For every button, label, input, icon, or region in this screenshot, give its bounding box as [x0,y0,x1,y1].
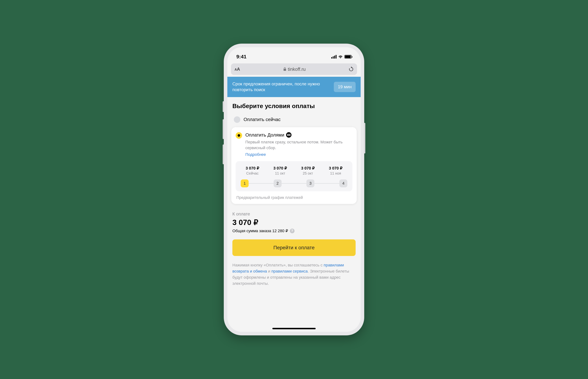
volume-up-button [223,119,224,139]
phone-frame: 9:41 AA tinkoff.ru [224,44,364,335]
schedule-col-2: 3 070 ₽ 11 окт [267,166,293,175]
service-rules-link[interactable]: правилами сервиса [271,269,308,273]
total-amount: 3 070 ₽ [232,218,356,227]
battery-icon [344,55,352,59]
volume-down-button [223,144,224,164]
home-indicator[interactable] [272,328,316,329]
dolyami-icon [286,132,291,138]
order-total-line: Общая сумма заказа 12 280 ₽ [232,229,288,233]
radio-pay-now[interactable] [234,116,240,123]
content: Выберите условия оплаты Оплатить сейчас … [227,97,361,332]
offer-expiry-banner: Срок предложения ограничен, после нужно … [227,77,361,97]
step-2: 2 [274,179,282,187]
payment-schedule: 3 070 ₽ Сейчас 3 070 ₽ 11 окт 3 070 ₽ 25… [236,161,352,191]
radio-pay-installments[interactable] [236,132,242,139]
option-pay-now[interactable]: Оплатить сейчас [232,115,356,127]
power-button [364,123,365,154]
help-icon[interactable]: ? [290,229,295,233]
proceed-to-pay-button[interactable]: Перейти к оплате [232,239,356,256]
schedule-col-3: 3 070 ₽ 25 окт [295,166,321,175]
step-indicator: 1 2 3 4 [239,179,349,187]
terms-text: Нажимая кнопку «Оплатить», вы соглашаете… [232,262,356,294]
totals: К оплате 3 070 ₽ Общая сумма заказа 12 2… [232,211,356,233]
lock-icon [283,67,286,71]
schedule-col-1: 3 070 ₽ Сейчас [239,166,266,175]
step-1: 1 [241,179,249,187]
option-pay-now-label: Оплатить сейчас [244,117,281,122]
url-display[interactable]: tinkoff.ru [242,66,347,72]
option-install-desc: Первый платеж сразу, остальное потом. Мо… [245,139,352,151]
status-time: 9:41 [236,54,246,60]
screen: 9:41 AA tinkoff.ru [227,47,361,332]
banner-timer: 19 мин [334,82,356,92]
cellular-icon [331,55,336,59]
side-button [223,101,224,112]
option-install-label: Оплатить Долями [245,132,284,138]
option-pay-installments-card[interactable]: Оплатить Долями Первый платеж сразу, ост… [231,127,357,204]
schedule-note: Предварительный график платежей [236,195,352,200]
total-label: К оплате [232,211,356,217]
url-domain: tinkoff.ru [288,66,306,72]
wifi-icon [338,55,343,59]
svg-rect-0 [284,69,286,71]
text-size-button[interactable]: AA [235,67,240,72]
banner-text: Срок предложения ограничен, после нужно … [232,81,330,93]
step-3: 3 [306,179,314,187]
step-4: 4 [339,179,347,187]
status-bar: 9:41 [227,47,361,62]
browser-url-bar[interactable]: AA tinkoff.ru [231,63,357,75]
schedule-col-4: 3 070 ₽ 11 ноя [322,166,349,175]
page-title: Выберите условия оплаты [232,102,356,110]
reload-icon[interactable] [349,66,353,72]
status-icons [331,55,352,59]
install-more-link[interactable]: Подробнее [245,152,266,157]
